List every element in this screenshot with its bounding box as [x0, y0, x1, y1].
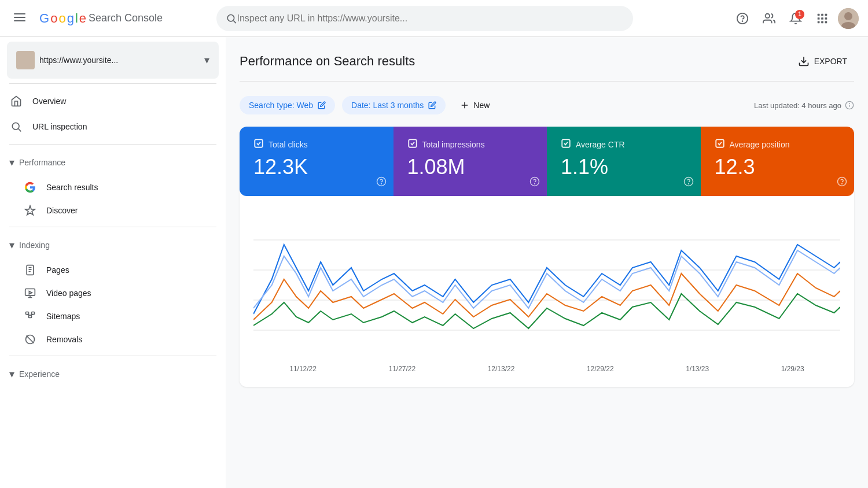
svg-rect-2: [14, 20, 25, 21]
average-ctr-check-icon: [561, 138, 571, 150]
average-position-help-icon[interactable]: [837, 176, 847, 189]
avatar-image: [838, 8, 859, 29]
chart-dates: 11/12/22 11/27/22 12/13/22 12/29/22 1/13…: [253, 365, 840, 373]
main-content: Performance on Search results EXPORT Sea…: [226, 37, 868, 488]
sidebar-item-removals[interactable]: Removals: [0, 328, 219, 351]
video-pages-icon: [23, 287, 37, 299]
site-selector[interactable]: https://www.yoursite... ▾: [7, 42, 219, 79]
indexing-section-label: Indexing: [19, 241, 50, 250]
date-filter[interactable]: Date: Last 3 months: [342, 96, 446, 114]
removals-label: Removals: [46, 335, 82, 344]
average-position-value: 12.3: [715, 155, 841, 179]
svg-point-3: [227, 14, 234, 21]
chart-date-2: 11/27/22: [388, 365, 415, 373]
chart-container: 11/12/22 11/27/22 12/13/22 12/29/22 1/13…: [240, 196, 854, 387]
experience-section-label: Experience: [19, 369, 60, 379]
export-button[interactable]: EXPORT: [791, 51, 854, 72]
svg-point-18: [844, 12, 852, 20]
sidebar-item-pages[interactable]: Pages: [0, 258, 219, 282]
average-position-label: Average position: [730, 140, 790, 149]
topbar: Google Search Console 1: [0, 0, 868, 37]
total-impressions-value: 1.08M: [407, 155, 534, 179]
last-updated: Last updated: 4 hours ago: [754, 101, 854, 110]
average-ctr-help-icon[interactable]: [683, 176, 694, 189]
nav-divider-1: [9, 144, 216, 145]
app-name: Search Console: [89, 12, 163, 24]
people-button[interactable]: [758, 8, 780, 29]
sitemaps-label: Sitemaps: [46, 312, 80, 321]
svg-rect-16: [825, 21, 827, 23]
svg-point-7: [766, 13, 770, 17]
removals-icon: [23, 334, 37, 345]
download-icon: [798, 56, 810, 67]
avatar[interactable]: [838, 8, 859, 29]
site-favicon: [16, 51, 35, 69]
svg-marker-28: [29, 291, 32, 294]
chart-date-5: 1/13/23: [686, 365, 709, 373]
performance-section-header[interactable]: ▾ Performance: [0, 149, 226, 176]
average-position-card[interactable]: Average position 12.3: [701, 127, 855, 196]
chart-date-1: 11/12/22: [289, 365, 317, 373]
sidebar-item-url-inspection[interactable]: URL inspection: [0, 114, 219, 139]
search-nav-icon: [9, 121, 23, 132]
sidebar: https://www.yoursite... ▾ Overview URL i…: [0, 37, 226, 488]
sidebar-item-search-results[interactable]: Search results: [0, 176, 219, 199]
average-ctr-card[interactable]: Average CTR 1.1%: [547, 127, 701, 196]
average-ctr-label: Average CTR: [576, 140, 625, 149]
performance-collapse-icon: ▾: [9, 156, 14, 169]
site-url-label: https://www.yoursite...: [39, 56, 200, 65]
experience-collapse-icon: ▾: [9, 368, 14, 380]
plus-icon: [459, 100, 470, 110]
apps-icon: [816, 12, 829, 25]
date-label: Date: Last 3 months: [351, 101, 424, 110]
average-position-check-icon: [715, 138, 725, 150]
help-button[interactable]: [731, 8, 753, 29]
total-clicks-help-icon[interactable]: [376, 176, 387, 189]
pages-icon: [23, 264, 37, 276]
apps-button[interactable]: [811, 8, 833, 29]
svg-rect-33: [32, 312, 35, 315]
svg-line-34: [27, 315, 30, 316]
main-layout: https://www.yoursite... ▾ Overview URL i…: [0, 37, 868, 488]
sidebar-item-sitemaps[interactable]: Sitemaps: [0, 305, 219, 328]
svg-line-22: [19, 129, 21, 132]
discover-icon: [23, 205, 37, 216]
edit-date-icon: [428, 101, 436, 109]
search-input[interactable]: [237, 13, 624, 24]
favicon-image: [16, 51, 35, 69]
notifications-button[interactable]: 1: [785, 8, 807, 29]
total-clicks-card[interactable]: Total clicks 12.3K: [240, 127, 393, 196]
url-inspection-label: URL inspection: [32, 122, 87, 131]
search-icon: [226, 13, 237, 24]
performance-section-label: Performance: [19, 158, 65, 167]
svg-rect-0: [14, 13, 25, 14]
help-icon: [736, 12, 749, 25]
google-logo[interactable]: Google Search Console: [39, 11, 163, 26]
hamburger-button[interactable]: [9, 7, 30, 29]
search-bar: [216, 6, 633, 31]
svg-point-21: [12, 123, 19, 130]
indexing-section-header[interactable]: ▾ Indexing: [0, 232, 226, 258]
svg-rect-8: [818, 13, 820, 16]
page-title: Performance on Search results: [240, 54, 415, 69]
search-type-filter[interactable]: Search type: Web: [240, 96, 335, 114]
notification-badge: 1: [795, 10, 804, 19]
sidebar-item-discover[interactable]: Discover: [0, 199, 219, 222]
svg-rect-11: [818, 17, 820, 20]
edit-icon: [318, 101, 326, 109]
svg-point-20: [16, 51, 35, 69]
total-impressions-check-icon: [407, 138, 418, 150]
new-filter-button[interactable]: New: [453, 95, 496, 115]
sidebar-item-video-pages[interactable]: Video pages: [0, 282, 219, 305]
search-type-label: Search type: Web: [249, 101, 313, 110]
sidebar-item-overview[interactable]: Overview: [0, 88, 219, 114]
discover-label: Discover: [46, 206, 78, 215]
svg-line-35: [30, 315, 33, 316]
chart-date-6: 1/29/23: [781, 365, 804, 373]
experience-section-header[interactable]: ▾ Experience: [0, 361, 226, 387]
svg-line-37: [27, 336, 34, 343]
svg-rect-13: [825, 17, 827, 20]
total-impressions-card[interactable]: Total impressions 1.08M: [393, 127, 547, 196]
total-impressions-help-icon[interactable]: [529, 176, 540, 189]
svg-rect-32: [29, 315, 32, 317]
